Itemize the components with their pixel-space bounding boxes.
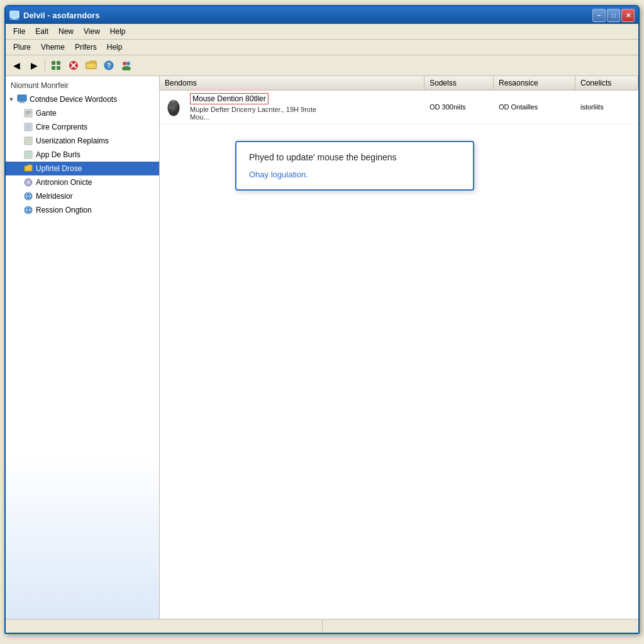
expand-icon[interactable]: ▼ [8,96,14,103]
menu-plure[interactable]: Plure [8,41,36,53]
tree-item-gante[interactable]: Gante [6,106,159,120]
grid-button[interactable] [48,57,64,74]
close-button[interactable]: ✕ [621,9,635,22]
cire-icon [23,122,33,132]
minimize-button[interactable]: – [592,9,606,22]
gante-icon [23,108,33,118]
forward-button[interactable]: ▶ [26,57,42,74]
menu-vheme[interactable]: Vheme [36,41,70,53]
col-header-resaonsice[interactable]: Resaonsice [494,76,575,90]
tree-item-upfirtel-label: Upfirtel Drose [36,164,82,173]
tree-item-ression-label: Ression Ongtion [36,206,92,214]
antronion-icon [23,177,33,187]
tree-item-melride-label: Melridesior [36,192,73,201]
svg-rect-22 [26,114,29,114]
svg-point-13 [123,62,126,65]
svg-rect-1 [13,18,16,19]
menu-ealt[interactable]: Ealt [30,25,53,38]
tree-item-melride[interactable]: Melridesior [6,189,159,203]
tree-item-antronion-label: Antronion Onicte [36,178,92,187]
menu-prifers[interactable]: Prifers [70,41,102,53]
toolbar-separator-1 [45,58,45,72]
popup-overlay: Phyed to update' mouse the beginens Ohay… [160,91,638,619]
tree-item-useriz-label: Useriization Replaims [36,136,109,145]
popup-dialog: Phyed to update' mouse the beginens Ohay… [235,141,474,191]
tree-item-app-de-label: App De Burls [36,150,80,159]
ression-icon [23,205,33,215]
app-de-icon [23,150,33,160]
user-button[interactable] [118,57,135,74]
svg-rect-18 [19,103,25,103]
col-header-sodelss[interactable]: Sodelss [425,76,494,90]
melride-icon [23,191,33,201]
svg-rect-26 [26,138,31,143]
window-title: Delvil - asofarndors [23,11,592,20]
computer-icon [17,94,27,104]
tree-item-upfirtel[interactable]: Upfirtel Drose [6,162,159,175]
folder-button[interactable] [83,57,99,74]
upfirtel-icon [23,164,33,174]
svg-rect-10 [86,63,96,69]
col-header-bendoms[interactable]: Bendoms [160,76,425,90]
status-bar [6,619,638,633]
mouse-device-icon [164,97,184,117]
table-header: Bendoms Sodelss Resaonsice Conelicts [160,76,638,91]
tree-item-antronion[interactable]: Antronion Onicte [6,175,159,189]
useriz-icon [23,136,33,146]
menu-help[interactable]: Help [105,25,131,38]
row-conflict-cell: istorliits [575,102,638,112]
device-desc-1: Muple Defter Dricerry Lacnter., 19H 9rot… [190,106,422,113]
table-row[interactable]: Mouse Dention 80tller Muple Defter Drice… [160,91,638,124]
menu-new[interactable]: New [53,25,79,38]
svg-rect-28 [26,152,31,157]
tree-item-root[interactable]: ▼ Cotndse Device Wordoots [6,92,159,106]
svg-rect-0 [10,11,19,18]
tree-item-ression[interactable]: Ression Ongtion [6,203,159,217]
table-body: Mouse Dention 80tller Muple Defter Drice… [160,91,638,619]
menu-bar-2: Plure Vheme Prifers Help [6,40,638,55]
device-name: Mouse Dention 80tller [190,93,269,104]
menu-help2[interactable]: Help [102,41,128,53]
svg-rect-4 [57,61,60,65]
svg-rect-21 [26,113,31,113]
title-bar: Delvil - asofarndors – □ ✕ [6,6,638,24]
svg-point-15 [122,66,131,70]
content-area: Niomunt Monrfeir ▼ Cotndse Device Wordoo… [6,76,638,619]
sidebar: Niomunt Monrfeir ▼ Cotndse Device Wordoo… [6,76,160,619]
popup-link[interactable]: Ohay logulation. [249,170,308,179]
row-status-cell: OD 300niits [425,102,494,112]
tree-item-app-de[interactable]: App De Burls [6,148,159,162]
app-icon [9,10,19,20]
status-pane-1 [8,619,323,633]
info-button[interactable]: ? [101,57,117,74]
tree-item-cire[interactable]: Cire Corrprents [6,120,159,134]
svg-rect-6 [57,66,60,70]
svg-point-30 [26,180,30,184]
tree-item-cire-label: Cire Corrprents [36,123,87,131]
svg-point-40 [172,100,175,102]
row-icon-cell [160,94,187,119]
tree-item-root-label: Cotndse Device Wordoots [30,95,117,104]
device-desc-2: Mou... [190,113,422,121]
svg-text:?: ? [107,62,111,69]
svg-rect-24 [26,125,31,130]
svg-rect-20 [26,111,31,112]
menu-view[interactable]: View [79,25,105,38]
col-header-conelicts[interactable]: Conelicts [575,76,638,90]
maximize-button[interactable]: □ [607,9,620,22]
stop-button[interactable] [65,57,82,74]
tree-item-gante-label: Gante [36,109,57,118]
main-window: Delvil - asofarndors – □ ✕ File Ealt New… [4,5,640,634]
svg-rect-5 [52,66,55,70]
svg-rect-3 [52,61,55,65]
popup-message: Phyed to update' mouse the beginens [249,152,460,162]
svg-rect-16 [18,95,26,101]
right-panel: Bendoms Sodelss Resaonsice Conelicts [160,76,638,619]
row-main-cell: Mouse Dention 80tller Muple Defter Drice… [187,92,425,122]
tree-header: Niomunt Monrfeir [6,79,159,92]
back-button[interactable]: ◀ [8,57,25,74]
menu-file[interactable]: File [8,25,30,38]
svg-rect-2 [11,19,18,19]
svg-point-14 [126,62,130,65]
tree-item-useriz[interactable]: Useriization Replaims [6,134,159,148]
